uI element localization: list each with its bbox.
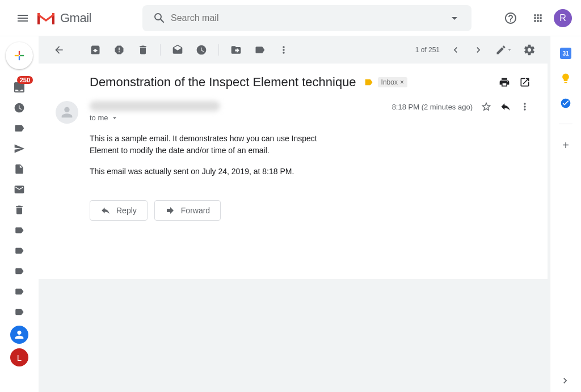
gmail-logo-text: Gmail bbox=[60, 11, 91, 26]
archive-button[interactable] bbox=[84, 39, 107, 61]
forward-icon bbox=[165, 205, 175, 216]
divider bbox=[559, 124, 572, 124]
move-to-button[interactable] bbox=[225, 39, 247, 61]
sidebar-trash[interactable] bbox=[6, 201, 33, 219]
sidebar-label-3[interactable] bbox=[6, 242, 33, 260]
divider bbox=[218, 44, 219, 56]
email-body: This is a sample email. It demonstrates … bbox=[90, 133, 531, 178]
sidebar-label-6[interactable] bbox=[6, 303, 33, 321]
left-sidebar: 250 L bbox=[0, 36, 39, 392]
older-button[interactable] bbox=[467, 39, 490, 61]
search-icon[interactable] bbox=[148, 11, 171, 25]
email-timestamp: 8:18 PM (2 minutes ago) bbox=[392, 103, 473, 111]
sidebar-label-1[interactable] bbox=[6, 119, 33, 137]
more-actions-button[interactable] bbox=[519, 101, 531, 112]
sender-avatar[interactable] bbox=[56, 101, 78, 124]
calendar-addon[interactable]: 31 bbox=[560, 48, 571, 59]
reply-button[interactable]: Reply bbox=[90, 200, 148, 221]
more-button[interactable] bbox=[272, 39, 295, 61]
sidebar-label-2[interactable] bbox=[6, 221, 33, 239]
settings-button[interactable] bbox=[518, 39, 541, 61]
search-options-dropdown[interactable] bbox=[443, 11, 466, 25]
action-toolbar: 1 of 251 bbox=[39, 36, 550, 64]
snooze-button[interactable] bbox=[190, 39, 213, 61]
labels-button[interactable] bbox=[249, 39, 271, 61]
svg-text:31: 31 bbox=[562, 50, 569, 57]
body-paragraph: This is a sample email. It demonstrates … bbox=[90, 133, 322, 157]
email-subject: Demonstration of the Inspect Element tec… bbox=[90, 75, 356, 90]
main-content: 1 of 251 Demonstration of the Inspect El… bbox=[39, 36, 550, 392]
hide-side-panel-button[interactable] bbox=[559, 375, 571, 386]
support-button[interactable] bbox=[499, 7, 522, 29]
side-panel: 31 + bbox=[550, 36, 581, 392]
sidebar-snoozed[interactable] bbox=[6, 99, 33, 117]
apps-button[interactable] bbox=[527, 7, 549, 29]
account-avatar[interactable]: R bbox=[554, 9, 572, 27]
sidebar-sent[interactable] bbox=[6, 140, 33, 158]
forward-button[interactable]: Forward bbox=[154, 200, 221, 221]
newer-button[interactable] bbox=[444, 39, 467, 61]
reply-icon bbox=[100, 205, 111, 216]
importance-marker-icon[interactable] bbox=[363, 77, 373, 87]
sidebar-inbox[interactable]: 250 bbox=[6, 78, 33, 96]
sidebar-all-mail[interactable] bbox=[6, 180, 33, 199]
top-header: Gmail R bbox=[0, 0, 581, 36]
main-menu-button[interactable] bbox=[9, 5, 36, 32]
search-input[interactable] bbox=[171, 13, 443, 23]
reply-icon-button[interactable] bbox=[500, 101, 511, 112]
divider bbox=[160, 44, 161, 56]
email-view: Demonstration of the Inspect Element tec… bbox=[39, 64, 548, 279]
chevron-down-icon bbox=[111, 114, 119, 122]
star-button[interactable] bbox=[481, 101, 492, 112]
gmail-logo[interactable]: Gmail bbox=[36, 11, 91, 26]
spam-button[interactable] bbox=[108, 39, 130, 61]
mark-unread-button[interactable] bbox=[166, 39, 189, 61]
tasks-addon[interactable] bbox=[560, 98, 571, 109]
sidebar-label-4[interactable] bbox=[6, 262, 33, 280]
page-counter: 1 of 251 bbox=[415, 46, 440, 54]
body-paragraph: This email was actually sent on July 24,… bbox=[90, 166, 531, 178]
input-tools-button[interactable] bbox=[490, 39, 518, 61]
below-email-area bbox=[39, 279, 550, 392]
remove-label-icon[interactable]: × bbox=[400, 78, 404, 86]
hangouts-contact-1[interactable] bbox=[10, 326, 28, 344]
get-addons-button[interactable]: + bbox=[562, 139, 569, 152]
search-bar[interactable] bbox=[142, 5, 471, 31]
hangouts-contact-2[interactable]: L bbox=[10, 348, 28, 366]
inbox-label-chip[interactable]: Inbox × bbox=[378, 77, 407, 87]
plus-icon bbox=[11, 48, 27, 64]
recipients-dropdown[interactable]: to me bbox=[90, 113, 392, 122]
open-new-window-button[interactable] bbox=[519, 77, 531, 88]
print-button[interactable] bbox=[499, 77, 510, 88]
keep-addon[interactable] bbox=[560, 73, 571, 84]
sender-name-redacted bbox=[90, 101, 220, 111]
inbox-badge: 250 bbox=[17, 76, 33, 84]
delete-button[interactable] bbox=[132, 39, 154, 61]
gmail-m-icon bbox=[36, 11, 56, 26]
back-button[interactable] bbox=[48, 39, 70, 61]
compose-button[interactable] bbox=[6, 42, 33, 69]
sidebar-label-5[interactable] bbox=[6, 283, 33, 301]
sidebar-drafts[interactable] bbox=[6, 160, 33, 178]
